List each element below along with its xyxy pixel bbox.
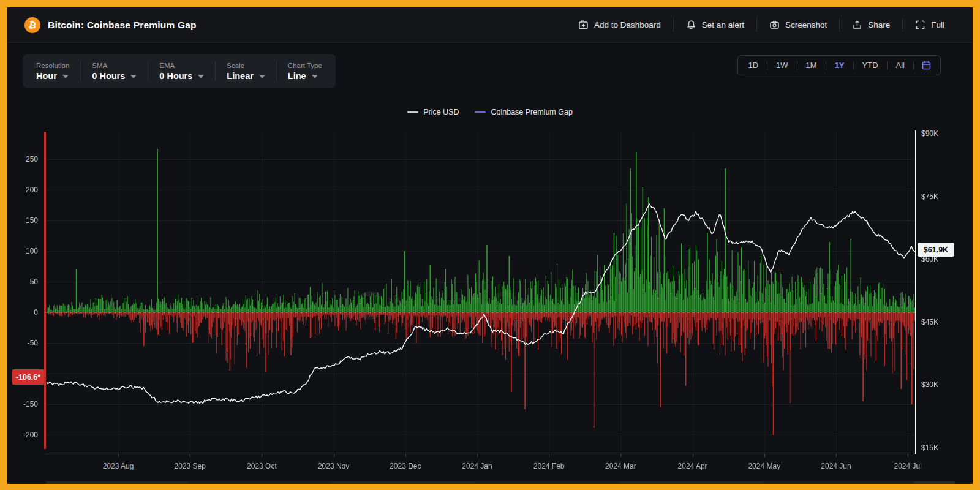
right-axis-tick-label: $45K xyxy=(921,318,953,326)
scrollbar-segment xyxy=(46,481,188,484)
chart-canvas[interactable] xyxy=(45,132,916,454)
scrollbar-segment xyxy=(620,481,764,484)
timeline-scrollbar[interactable] xyxy=(46,481,956,484)
scrollbar-segment xyxy=(188,481,332,484)
chevron-down-icon xyxy=(130,75,137,78)
x-axis-tick-label: 2023 Aug xyxy=(97,462,140,470)
range-1y-selected[interactable]: 1Y xyxy=(826,61,853,70)
resolution-dropdown[interactable]: Resolution Hour xyxy=(25,57,80,86)
time-range-selector: 1D 1W 1M 1Y YTD All xyxy=(737,55,941,75)
bitcoin-icon: ₿ xyxy=(24,17,40,33)
calendar-icon xyxy=(921,60,932,70)
scrollbar-segment xyxy=(764,481,914,484)
right-axis-tick-label: $30K xyxy=(921,380,953,389)
current-time-axis-line xyxy=(915,130,916,454)
chart-settings-toolbar: Resolution Hour SMA 0 Hours EMA 0 Hours … xyxy=(23,54,336,88)
x-axis-tick-mark xyxy=(693,454,693,457)
sma-label: SMA xyxy=(92,62,137,69)
left-axis-tick-label: 200 xyxy=(12,186,38,194)
left-axis-tick-label: 150 xyxy=(12,216,38,225)
price-last-value-badge: $61.9K xyxy=(918,243,954,257)
set-alert-button[interactable]: Set an alert xyxy=(674,20,756,30)
x-axis-tick-mark xyxy=(262,454,262,457)
chevron-down-icon xyxy=(312,75,318,78)
add-to-dashboard-button[interactable]: Add to Dashboard xyxy=(566,20,673,30)
sma-dropdown[interactable]: SMA 0 Hours xyxy=(81,57,148,86)
left-axis-tick-label: -200 xyxy=(12,431,38,439)
share-icon xyxy=(852,20,862,30)
fullscreen-button[interactable]: Full xyxy=(903,20,957,30)
x-axis-tick-mark xyxy=(477,454,478,457)
page-title: Bitcoin: Coinbase Premium Gap xyxy=(48,20,197,31)
x-axis-tick-label: 2023 Oct xyxy=(240,462,283,470)
chart-legend: Price USD Coinbase Premium Gap xyxy=(7,108,973,116)
x-axis-tick-mark xyxy=(190,454,190,457)
x-axis-tick-mark xyxy=(118,454,119,457)
premium-gap-last-value-badge: -106.6* xyxy=(12,369,44,385)
left-axis-tick-label: -50 xyxy=(12,339,38,347)
price-line-marker xyxy=(407,111,418,113)
chart-type-value: Line xyxy=(288,71,306,81)
resolution-value: Hour xyxy=(36,71,57,81)
sma-value: 0 Hours xyxy=(92,71,125,81)
x-axis-tick-mark xyxy=(836,454,837,457)
right-axis-tick-label: $15K xyxy=(921,443,953,452)
x-axis-tick-label: 2024 Apr xyxy=(671,462,714,470)
share-button[interactable]: Share xyxy=(840,20,902,30)
x-axis-tick-label: 2023 Sep xyxy=(168,462,211,470)
x-axis-tick-label: 2023 Dec xyxy=(384,462,427,470)
header-actions: Add to Dashboard Set an alert Screenshot… xyxy=(566,18,957,32)
add-to-dashboard-label: Add to Dashboard xyxy=(594,20,661,29)
x-axis-tick-label: 2024 Jan xyxy=(456,462,499,470)
chart-type-dropdown[interactable]: Chart Type Line xyxy=(277,57,333,86)
ema-label: EMA xyxy=(159,62,204,69)
resolution-label: Resolution xyxy=(36,62,69,69)
legend-price-label: Price USD xyxy=(423,108,459,116)
left-edge-spike xyxy=(44,132,46,449)
range-all[interactable]: All xyxy=(888,61,913,70)
chevron-down-icon xyxy=(259,75,265,78)
calendar-button[interactable] xyxy=(914,60,939,70)
scrollbar-segment xyxy=(476,481,620,484)
camera-icon xyxy=(769,20,780,30)
x-axis-tick-label: 2024 Jul xyxy=(886,462,929,470)
scale-label: Scale xyxy=(227,62,265,69)
x-axis-tick-label: 2024 May xyxy=(743,462,786,470)
range-ytd[interactable]: YTD xyxy=(854,61,887,70)
screenshot-button[interactable]: Screenshot xyxy=(757,20,839,30)
set-alert-label: Set an alert xyxy=(702,20,744,29)
x-axis-tick-mark xyxy=(764,454,765,457)
right-axis-tick-label: $90K xyxy=(921,129,953,138)
app-window: ₿ Bitcoin: Coinbase Premium Gap Add to D… xyxy=(7,7,973,484)
scrollbar-segment xyxy=(332,481,476,484)
x-axis-tick-mark xyxy=(405,454,406,457)
x-axis-tick-label: 2024 Mar xyxy=(599,462,642,470)
fullscreen-icon xyxy=(915,20,925,30)
x-axis-line xyxy=(45,454,916,454)
chevron-down-icon xyxy=(198,75,204,78)
chevron-down-icon xyxy=(62,75,69,78)
left-axis-tick-label: 100 xyxy=(12,247,38,255)
ema-dropdown[interactable]: EMA 0 Hours xyxy=(148,57,215,86)
range-1w[interactable]: 1W xyxy=(767,61,797,70)
bell-icon xyxy=(686,20,696,30)
x-axis-tick-mark xyxy=(908,454,908,457)
legend-premium-gap-label: Coinbase Premium Gap xyxy=(491,108,572,116)
left-axis-tick-label: 0 xyxy=(12,308,38,317)
x-axis-tick-label: 2023 Nov xyxy=(312,462,355,470)
header-bar: ₿ Bitcoin: Coinbase Premium Gap Add to D… xyxy=(7,7,973,43)
range-1m[interactable]: 1M xyxy=(797,61,826,70)
x-axis-tick-mark xyxy=(549,454,549,457)
ema-value: 0 Hours xyxy=(159,71,192,81)
scale-value: Linear xyxy=(227,71,254,81)
x-axis-tick-label: 2024 Jun xyxy=(815,462,858,470)
legend-item-price[interactable]: Price USD xyxy=(407,108,459,116)
left-axis-tick-label: 50 xyxy=(12,277,38,286)
scale-dropdown[interactable]: Scale Linear xyxy=(216,57,276,86)
share-label: Share xyxy=(868,20,890,29)
right-axis-tick-label: $75K xyxy=(921,192,953,201)
x-axis-tick-mark xyxy=(620,454,621,457)
range-1d[interactable]: 1D xyxy=(739,61,767,70)
x-axis-tick-label: 2024 Feb xyxy=(527,462,570,470)
legend-item-premium-gap[interactable]: Coinbase Premium Gap xyxy=(475,108,572,116)
